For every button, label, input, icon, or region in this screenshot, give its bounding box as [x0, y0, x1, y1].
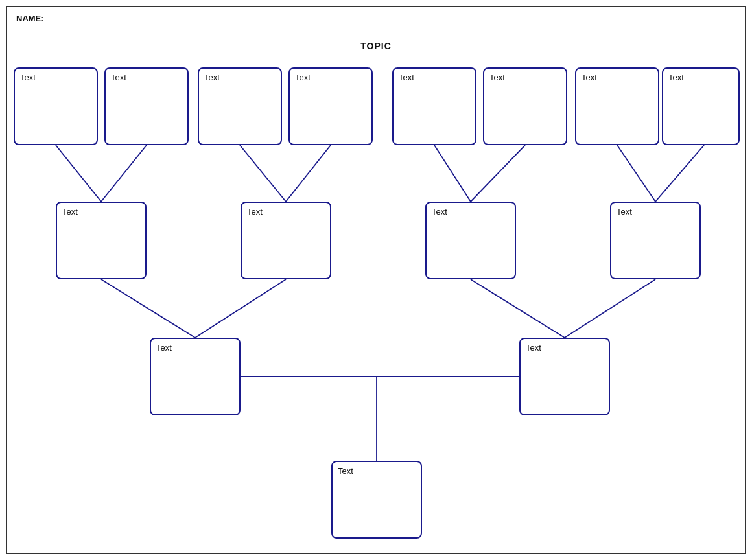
- svg-line-5: [471, 145, 525, 202]
- page-container: NAME: TOPIC: [6, 6, 746, 554]
- svg-line-1: [101, 145, 147, 202]
- box-b4[interactable]: Text: [288, 67, 373, 145]
- box-b10[interactable]: Text: [241, 202, 331, 279]
- box-b1[interactable]: Text: [14, 67, 98, 145]
- box-b15[interactable]: Text: [331, 461, 422, 539]
- box-b6[interactable]: Text: [483, 67, 567, 145]
- name-label: NAME:: [16, 14, 44, 23]
- svg-line-10: [471, 279, 565, 338]
- svg-line-0: [56, 145, 101, 202]
- svg-line-8: [101, 279, 195, 338]
- box-b5[interactable]: Text: [392, 67, 476, 145]
- svg-line-4: [434, 145, 471, 202]
- box-b12[interactable]: Text: [610, 202, 701, 279]
- topic-label: TOPIC: [7, 41, 745, 51]
- svg-line-11: [565, 279, 655, 338]
- svg-line-9: [195, 279, 286, 338]
- box-b8[interactable]: Text: [662, 67, 740, 145]
- svg-line-3: [286, 145, 331, 202]
- box-b13[interactable]: Text: [150, 338, 241, 415]
- box-b14[interactable]: Text: [519, 338, 610, 415]
- svg-line-6: [617, 145, 655, 202]
- svg-line-7: [655, 145, 704, 202]
- box-b2[interactable]: Text: [104, 67, 189, 145]
- box-b11[interactable]: Text: [425, 202, 516, 279]
- svg-line-2: [240, 145, 286, 202]
- box-b3[interactable]: Text: [198, 67, 282, 145]
- box-b7[interactable]: Text: [575, 67, 659, 145]
- box-b9[interactable]: Text: [56, 202, 147, 279]
